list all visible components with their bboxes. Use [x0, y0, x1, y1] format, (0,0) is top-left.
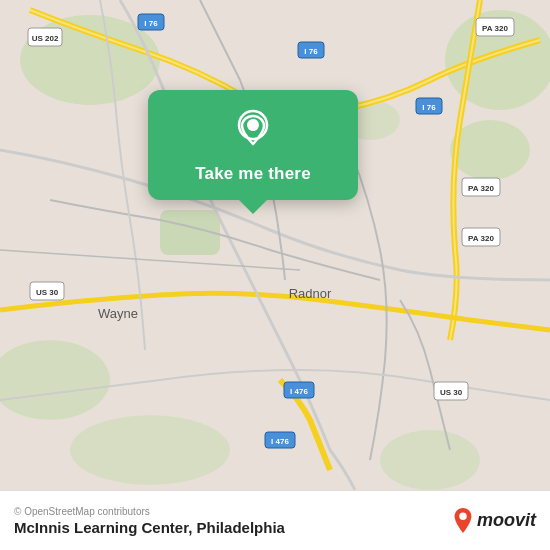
map-background: US 202 I 76 I 76 PA 320 I 76 PA 320 PA 3…: [0, 0, 550, 490]
svg-text:I 76: I 76: [422, 103, 436, 112]
footer-info: © OpenStreetMap contributors McInnis Lea…: [14, 506, 451, 536]
attribution-text: © OpenStreetMap contributors: [14, 506, 451, 517]
moovit-pin-icon: [451, 507, 475, 535]
take-me-there-button[interactable]: Take me there: [195, 164, 311, 184]
map-pin-icon: [231, 108, 275, 152]
svg-point-7: [70, 415, 230, 485]
moovit-brand-text: moovit: [477, 510, 536, 531]
svg-text:US 202: US 202: [32, 34, 59, 43]
svg-point-35: [248, 121, 258, 131]
svg-point-3: [450, 120, 530, 180]
svg-text:PA 320: PA 320: [468, 234, 494, 243]
svg-text:I 76: I 76: [144, 19, 158, 28]
map-container: US 202 I 76 I 76 PA 320 I 76 PA 320 PA 3…: [0, 0, 550, 490]
moovit-logo: moovit: [451, 507, 536, 535]
place-name-text: McInnis Learning Center, Philadelphia: [14, 519, 451, 536]
svg-text:US 30: US 30: [440, 388, 463, 397]
svg-text:I 476: I 476: [290, 387, 308, 396]
location-card[interactable]: Take me there: [148, 90, 358, 200]
svg-text:PA 320: PA 320: [468, 184, 494, 193]
svg-text:I 476: I 476: [271, 437, 289, 446]
svg-text:US 30: US 30: [36, 288, 59, 297]
footer-bar: © OpenStreetMap contributors McInnis Lea…: [0, 490, 550, 550]
svg-point-8: [380, 430, 480, 490]
svg-text:Wayne: Wayne: [98, 306, 138, 321]
svg-point-36: [459, 512, 466, 519]
svg-text:Radnor: Radnor: [289, 286, 332, 301]
svg-text:I 76: I 76: [304, 47, 318, 56]
svg-text:PA 320: PA 320: [482, 24, 508, 33]
